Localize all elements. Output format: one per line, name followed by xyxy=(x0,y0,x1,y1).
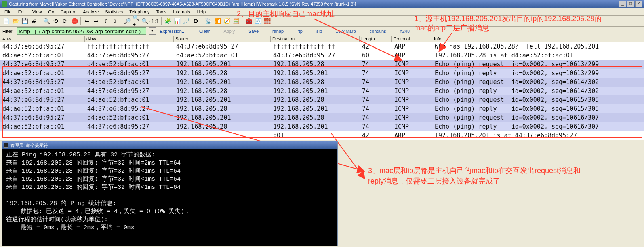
cell-shw: d4:ae:52:bf:ac:01 xyxy=(0,52,85,59)
menu-go[interactable]: Go xyxy=(45,8,57,15)
cell-len: 42 xyxy=(360,43,392,50)
menu-view[interactable]: View xyxy=(29,8,45,15)
menu-analyze[interactable]: Analyze xyxy=(80,8,101,15)
toolbar-button-16[interactable]: 🧩 xyxy=(163,17,172,25)
filter-dropdown[interactable]: ▾ xyxy=(149,27,156,35)
cell-dhw: ff:ff:ff:ff:ff:ff xyxy=(85,43,174,50)
toolbar-separator xyxy=(80,17,81,25)
toolbar-button-15[interactable]: 1:1 xyxy=(151,17,160,25)
packet-row[interactable]: 44:37:e6:8d:95:27ff:ff:ff:ff:ff:ff44:37:… xyxy=(0,42,644,51)
filter-label: Filter: xyxy=(2,29,15,34)
cmd-title-bar: 管理员: 命令提示符 xyxy=(2,141,337,149)
window-title: Capturing from Marvell Yukon Ethernet Co… xyxy=(9,2,619,6)
toolbar-button-8[interactable]: ⬅ xyxy=(82,17,91,25)
toolbar-button-22[interactable]: 🧭 xyxy=(222,17,231,25)
menu-tools[interactable]: Tools xyxy=(154,8,170,15)
toolbar-button-1[interactable]: 📂 xyxy=(11,17,20,25)
toolbar-button-12[interactable]: 🔎 xyxy=(123,17,132,25)
minimize-button[interactable]: _ xyxy=(619,1,626,7)
toolbar-separator xyxy=(161,17,162,25)
command-prompt-window[interactable]: 管理员: 命令提示符 正在 Ping 192.168.205.28 具有 32 … xyxy=(2,141,338,246)
cell-inf: 192.168.205.28 is at d4:ae:52:bf:ac:01 xyxy=(432,52,644,59)
filter-link-clear[interactable]: Clear xyxy=(198,29,211,34)
cell-len: 60 xyxy=(360,52,392,59)
cell-pro: ARP xyxy=(392,52,432,59)
col-s-hw[interactable]: s-hw xyxy=(0,36,85,42)
filter-link-rtp[interactable]: rtp xyxy=(296,29,304,34)
menu-statistics[interactable]: Statistics xyxy=(102,8,126,15)
cmd-title: 管理员: 命令提示符 xyxy=(10,142,48,148)
filter-link-apply[interactable]: Apply xyxy=(222,29,236,34)
menu-edit[interactable]: Edit xyxy=(15,8,29,15)
annotation-3-line1: 3、mac层和ip层都是主机自己的mac和ip在交互发出request消息和 xyxy=(368,166,581,175)
cell-inf: Who has 192.168.205.28? Tell 192.168.205… xyxy=(432,43,644,50)
toolbar-button-5[interactable]: ⟲ xyxy=(51,17,60,25)
cell-src: 44:37:e6:8d:95:27 xyxy=(174,43,271,50)
cell-pro: ARP xyxy=(392,43,432,50)
col-destination[interactable]: Destination xyxy=(271,36,360,42)
title-bar: Capturing from Marvell Yukon Ethernet Co… xyxy=(0,0,644,8)
filter-input[interactable] xyxy=(17,27,146,35)
annotation-3-line2: reply消息，仅需要二层接入设备就完成了 xyxy=(368,176,500,186)
toolbar-button-9[interactable]: ➡ xyxy=(92,17,101,25)
toolbar-button-21[interactable]: 📶 xyxy=(213,17,222,25)
toolbar-button-10[interactable]: ⤴ xyxy=(101,17,110,25)
filter-link-save[interactable]: Save xyxy=(247,29,260,34)
filter-bar: Filter: ▾ Expression...ClearApplySaveran… xyxy=(0,27,644,36)
toolbar-separator xyxy=(202,17,202,25)
cmd-icon xyxy=(4,143,8,148)
annotation-2: 2、目的主机响应自己mac地址 xyxy=(237,9,335,19)
toolbar-button-0[interactable]: 📄 xyxy=(2,17,11,25)
toolbar-separator xyxy=(121,17,121,25)
toolbar-button-2[interactable]: 💾 xyxy=(20,17,29,25)
toolbar-button-13[interactable]: 🔍+ xyxy=(132,17,141,25)
col-info[interactable]: Info xyxy=(432,36,644,42)
filter-link-1674marp[interactable]: 1674Marp xyxy=(334,29,358,34)
menu-file[interactable]: File xyxy=(2,8,15,15)
menu-capture[interactable]: Capture xyxy=(58,8,79,15)
menu-help[interactable]: Help xyxy=(194,8,208,15)
filter-link-sip[interactable]: sip xyxy=(315,29,324,34)
col-protocol[interactable]: Protocol xyxy=(392,36,432,42)
toolbar-button-11[interactable]: ⤵ xyxy=(110,17,119,25)
close-button[interactable]: × xyxy=(635,1,642,7)
menu-telephony[interactable]: Telephony xyxy=(126,8,152,15)
cell-dst: 44:37:e6:8d:95:27 xyxy=(271,52,360,59)
toolbar-button-20[interactable]: 📡 xyxy=(204,17,213,25)
annotation-1-line2: mac的arp二层广播消息 xyxy=(414,23,489,33)
toolbar-button-14[interactable]: 🔍- xyxy=(141,17,150,25)
app-icon xyxy=(2,1,7,7)
filter-link-ranap[interactable]: ranap xyxy=(271,29,285,34)
toolbar-button-3[interactable]: 🖨 xyxy=(29,17,38,25)
filter-link-h248[interactable]: h248 xyxy=(398,29,411,34)
cell-src: d4:ae:52:bf:ac:01 xyxy=(174,52,271,59)
cell-shw: 44:37:e6:8d:95:27 xyxy=(0,43,85,50)
cell-dhw: 44:37:e6:8d:95:27 xyxy=(85,52,174,59)
toolbar-button-7[interactable]: ⛔ xyxy=(70,17,79,25)
toolbar-button-19[interactable]: ⚙ xyxy=(191,17,200,25)
col-length[interactable]: Length xyxy=(360,36,392,42)
maximize-button[interactable]: □ xyxy=(627,1,634,7)
cell-dst: ff:ff:ff:ff:ff:ff xyxy=(271,43,360,50)
toolbar-button-18[interactable]: 🧷 xyxy=(182,17,191,25)
toolbar-button-17[interactable]: 📊 xyxy=(173,17,181,25)
cmd-output: 正在 Ping 192.168.205.28 具有 32 字节的数据: 来自 1… xyxy=(2,149,337,234)
packet-row[interactable]: d4:ae:52:bf:ac:0144:37:e6:8d:95:27d4:ae:… xyxy=(0,51,644,60)
filter-link-contains[interactable]: contains xyxy=(368,29,388,34)
filter-link-expression-[interactable]: Expression... xyxy=(158,29,187,34)
col-d-hw[interactable]: d-hw xyxy=(85,36,174,42)
toolbar-button-6[interactable]: ⟳ xyxy=(61,17,69,25)
column-headers: s-hw d-hw Source Destination Length Prot… xyxy=(0,36,644,42)
menu-internals[interactable]: Internals xyxy=(170,8,193,15)
annotation-1-line1: 1、源主机192.168.205.201发出目的ip的192.168.205.2… xyxy=(414,14,602,23)
annotation-highlight-box xyxy=(2,66,642,138)
toolbar-separator xyxy=(40,17,40,25)
col-source[interactable]: Source xyxy=(174,36,271,42)
toolbar-button-4[interactable]: 🔍 xyxy=(42,17,51,25)
